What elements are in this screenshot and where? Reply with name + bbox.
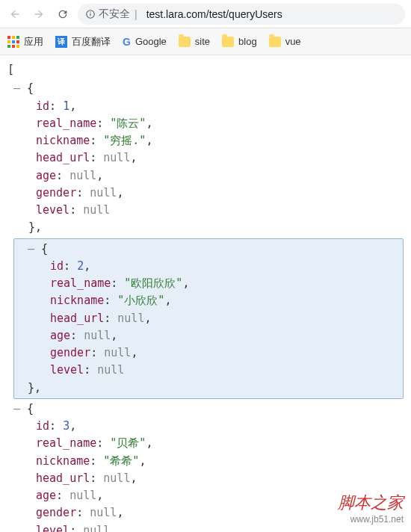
watermark-url: www.jb51.net — [338, 514, 404, 525]
collapse-toggle[interactable]: – — [28, 241, 41, 258]
folder-icon — [269, 37, 281, 47]
bookmark-blog[interactable]: blog — [222, 36, 257, 47]
json-property: head_url: null, — [50, 310, 403, 327]
json-property: gender: null, — [36, 185, 404, 202]
json-key: head_url — [36, 151, 90, 164]
json-property: real_name: "贝希", — [36, 435, 404, 452]
json-property: age: null, — [36, 167, 404, 185]
json-key: gender — [36, 186, 76, 200]
json-object[interactable]: –{id: 2,real_name: "欧阳欣欣",nickname: "小欣欣… — [13, 238, 404, 399]
json-null: null — [83, 203, 110, 217]
json-property: gender: null, — [50, 344, 403, 362]
info-icon — [85, 9, 96, 19]
json-null: null — [83, 524, 110, 533]
json-number: 2 — [77, 259, 84, 273]
json-property: nickname: "穷摇.", — [36, 132, 404, 149]
bookmark-label: Google — [135, 36, 167, 47]
object-close: } — [28, 220, 35, 234]
svg-rect-2 — [90, 11, 90, 12]
json-key: gender — [36, 506, 76, 519]
json-key: age — [50, 329, 70, 342]
json-key: real_name — [36, 436, 96, 450]
json-key: real_name — [36, 117, 96, 130]
bookmark-vue[interactable]: vue — [269, 36, 301, 47]
json-key: level — [36, 203, 69, 217]
bookmark-label: site — [195, 36, 210, 47]
json-property: real_name: "陈云", — [36, 115, 404, 132]
bookmark-site[interactable]: site — [179, 36, 210, 47]
json-key: age — [36, 489, 56, 502]
json-string: "小欣欣" — [117, 294, 164, 307]
json-key: head_url — [36, 471, 90, 485]
array-open: [ — [7, 61, 404, 78]
json-string: "穷摇." — [103, 134, 146, 147]
watermark-title: 脚本之家 — [338, 492, 404, 514]
collapse-toggle[interactable]: – — [13, 80, 27, 97]
json-null: null — [103, 151, 130, 164]
json-null: null — [69, 489, 96, 502]
bookmark-label: vue — [285, 36, 301, 47]
browser-toolbar: 不安全 | test.lara.com/test/queryUsers — [0, 0, 411, 28]
json-property: level: null — [50, 362, 403, 379]
reload-button[interactable] — [54, 5, 72, 23]
object-open: { — [27, 81, 34, 95]
bookmark-label: 百度翻译 — [72, 35, 111, 49]
bookmark-label: 应用 — [24, 35, 43, 49]
bookmark-google[interactable]: G Google — [123, 36, 167, 48]
json-null: null — [90, 186, 117, 200]
json-object[interactable]: –{id: 1,real_name: "陈云",nickname: "穷摇.",… — [7, 78, 404, 238]
json-key: nickname — [36, 134, 90, 147]
svg-rect-1 — [90, 13, 90, 15]
json-string: "陈云" — [110, 117, 146, 130]
collapse-toggle[interactable]: – — [13, 400, 27, 418]
json-null: null — [90, 506, 117, 519]
json-null: null — [97, 363, 124, 377]
url-text: test.lara.com/test/queryUsers — [146, 8, 282, 20]
json-string: "希希" — [103, 454, 139, 468]
bookmark-baidu[interactable]: 译 百度翻译 — [55, 35, 111, 49]
json-null: null — [69, 169, 96, 182]
json-property: head_url: null, — [36, 149, 404, 167]
json-property: nickname: "小欣欣", — [50, 292, 403, 309]
insecure-label: 不安全 — [99, 7, 130, 21]
json-key: id — [50, 259, 64, 273]
baidu-icon: 译 — [55, 36, 67, 48]
json-key: nickname — [50, 294, 104, 307]
apps-icon — [7, 36, 19, 48]
json-null: null — [84, 329, 111, 342]
json-property: head_url: null, — [36, 470, 404, 487]
json-property: id: 2, — [50, 258, 403, 275]
json-string: "欧阳欣欣" — [124, 276, 182, 290]
address-bar[interactable]: 不安全 | test.lara.com/test/queryUsers — [78, 4, 405, 25]
forward-button[interactable] — [30, 5, 48, 23]
json-property: id: 3, — [36, 418, 404, 435]
json-property: nickname: "希希", — [36, 453, 404, 470]
json-viewer: [ –{id: 1,real_name: "陈云",nickname: "穷摇.… — [0, 55, 411, 532]
google-icon: G — [123, 36, 131, 48]
watermark: 脚本之家 www.jb51.net — [338, 492, 404, 525]
object-open: { — [27, 402, 34, 415]
json-key: id — [36, 419, 49, 433]
json-key: gender — [50, 346, 90, 359]
folder-icon — [179, 37, 191, 47]
json-key: level — [50, 363, 84, 377]
bookmark-apps[interactable]: 应用 — [7, 35, 43, 49]
object-open: { — [41, 242, 48, 256]
security-indicator: 不安全 — [85, 7, 130, 21]
json-key: level — [36, 524, 69, 533]
json-null: null — [103, 471, 130, 485]
json-key: real_name — [50, 276, 111, 290]
json-number: 1 — [63, 99, 69, 113]
back-button[interactable] — [6, 5, 24, 23]
json-null: null — [104, 346, 131, 359]
json-null: null — [117, 312, 144, 325]
bookmark-label: blog — [238, 36, 257, 47]
json-key: nickname — [36, 454, 90, 468]
json-key: age — [36, 169, 56, 182]
separator: | — [135, 8, 137, 20]
json-property: real_name: "欧阳欣欣", — [50, 275, 403, 292]
json-number: 3 — [63, 419, 69, 433]
bookmarks-bar: 应用 译 百度翻译 G Google site blog vue — [0, 28, 411, 55]
folder-icon — [222, 37, 234, 47]
object-close: } — [28, 381, 34, 395]
